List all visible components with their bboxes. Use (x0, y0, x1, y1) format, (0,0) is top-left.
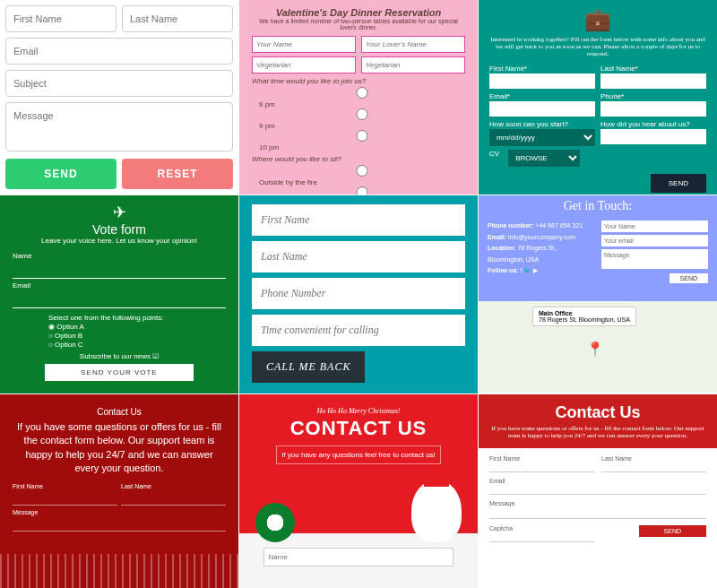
last-name-label: Last Name (601, 455, 632, 462)
first-name-input[interactable] (5, 5, 117, 32)
santa-contact-form: Ho Ho Ho Merry Christmas! CONTACT US If … (239, 394, 478, 588)
get-in-touch-form: Get in Touch: Phone number: +44 987 654 … (479, 195, 717, 393)
name-input[interactable] (13, 261, 226, 279)
cv-label: CV (489, 150, 499, 166)
send-vote-button[interactable]: SEND YOUR VOTE (45, 364, 193, 381)
map[interactable]: Main Office 78 Rogers St, Bloomington, U… (479, 301, 717, 393)
time-opt-8[interactable]: 8 pm (259, 87, 465, 108)
hear-label: How did you hear about us? (600, 120, 706, 128)
santa-icon (411, 480, 462, 542)
callback-form: CALL ME BACK (239, 195, 478, 393)
wreath-icon (255, 503, 295, 542)
seat-question: Where would you like to sit? (252, 155, 465, 163)
seat-opt-inside[interactable]: Inside by the music (259, 186, 465, 195)
contact-form-basic: SEND RESET (0, 0, 238, 195)
last-name-input[interactable] (252, 241, 465, 272)
email-input[interactable] (489, 484, 706, 495)
time-input[interactable] (252, 315, 465, 346)
form-title: CONTACT US (248, 417, 469, 440)
last-name-input[interactable] (121, 489, 226, 506)
first-name-label: First Name (489, 455, 520, 462)
email-value: info@yourcompany.com (508, 234, 575, 240)
phone-label: Phone* (600, 92, 706, 100)
captcha-input[interactable] (489, 532, 594, 542)
form-subtitle: If you have any questions feel free to c… (276, 445, 441, 464)
map-address: 78 Rogers St, Bloomington, USA (539, 316, 630, 323)
select-label: Select one from the following points: (48, 314, 226, 322)
first-name-label: First Name (13, 483, 43, 489)
your-name-input[interactable] (252, 36, 356, 53)
message-label: Message (13, 509, 38, 515)
briefcase-icon: 💼 (489, 7, 706, 32)
message-input[interactable] (5, 102, 233, 151)
form-title: Contact Us (13, 407, 226, 417)
option-c[interactable]: ○ Option C (48, 341, 226, 349)
name-input[interactable] (263, 548, 454, 566)
time-opt-10[interactable]: 10 pm (259, 130, 465, 151)
start-label: How soon can you start? (489, 120, 595, 128)
cv-browse[interactable]: BROWSE (508, 150, 580, 167)
veg1-input[interactable] (252, 56, 356, 74)
lover-name-input[interactable] (361, 36, 465, 53)
subject-input[interactable] (5, 70, 233, 97)
snowflake-contact-form: Contact Us If you have some questions or… (0, 394, 238, 588)
form-subtitle: We have a limited number of two-person t… (252, 18, 465, 30)
captcha-label: Captcha (489, 525, 513, 532)
form-para: If you have some questions or offers for… (491, 425, 704, 439)
email-input[interactable] (5, 38, 233, 65)
email-input[interactable] (601, 235, 708, 246)
email-input[interactable] (489, 101, 595, 117)
last-name-input[interactable] (601, 462, 706, 472)
form-title: Vote form (13, 222, 226, 237)
first-name-input[interactable] (489, 462, 594, 472)
email-input[interactable] (13, 290, 226, 308)
start-select[interactable]: mm/dd/yyyy (489, 129, 595, 146)
phone-input[interactable] (600, 101, 706, 117)
paper-plane-icon: ✈ (13, 203, 226, 222)
seat-opt-outside[interactable]: Outside by the fire (259, 165, 465, 186)
last-name-input[interactable] (600, 74, 706, 89)
map-pin-icon: 📍 (586, 341, 604, 358)
hear-input[interactable] (600, 129, 706, 144)
send-button[interactable]: SEND (639, 525, 706, 537)
first-name-input[interactable] (252, 204, 465, 236)
social-icons[interactable]: f 🐦 ▶ (521, 267, 539, 273)
first-name-label: First Name* (489, 65, 595, 73)
send-button[interactable]: SEND (669, 273, 708, 283)
time-opt-9[interactable]: 9 pm (259, 108, 465, 130)
phone-value: +44 987 654 321 (535, 222, 583, 229)
ho-ho-text: Ho Ho Ho Merry Christmas! (248, 407, 469, 415)
last-name-label: Last Name (121, 483, 151, 489)
option-b[interactable]: ○ Option B (48, 332, 226, 340)
work-together-form: 💼 Interested in working together? Fill o… (479, 0, 717, 195)
veg2-input[interactable] (361, 56, 465, 74)
option-a[interactable]: ◉ Option A (48, 323, 226, 331)
form-title: Contact Us (491, 403, 704, 422)
reset-button[interactable]: RESET (122, 159, 233, 189)
last-name-label: Last Name* (600, 65, 706, 73)
last-name-input[interactable] (122, 5, 233, 32)
message-input[interactable] (489, 506, 706, 519)
first-name-input[interactable] (489, 74, 595, 89)
snowflake-decoration (0, 554, 238, 588)
form-subtitle: Leave your voice here. Let us know your … (13, 237, 226, 245)
email-label: Email (489, 478, 505, 484)
subscribe-checkbox[interactable]: Subscribe to our news ☑ (13, 352, 226, 360)
call-me-back-button[interactable]: CALL ME BACK (252, 351, 365, 383)
name-input[interactable] (601, 220, 708, 232)
message-input[interactable] (13, 515, 226, 532)
send-button[interactable]: SEND (651, 174, 706, 193)
valentine-form: Valentine's Day Dinner Reservation We ha… (239, 0, 478, 195)
contact-us-form: Contact Us If you have some questions or… (479, 394, 717, 588)
name-label: Name (13, 252, 226, 260)
first-name-input[interactable] (13, 489, 117, 506)
email-label: Email (13, 281, 226, 290)
form-para: If you have some questions or offers for… (13, 420, 226, 476)
send-button[interactable]: SEND (5, 159, 117, 189)
map-office-label: Main Office (539, 310, 573, 316)
message-input[interactable] (601, 249, 708, 269)
form-title: Get in Touch: (479, 199, 717, 213)
vote-form: ✈ Vote form Leave your voice here. Let u… (0, 195, 238, 393)
phone-input[interactable] (252, 278, 465, 309)
message-label: Message (489, 500, 514, 506)
